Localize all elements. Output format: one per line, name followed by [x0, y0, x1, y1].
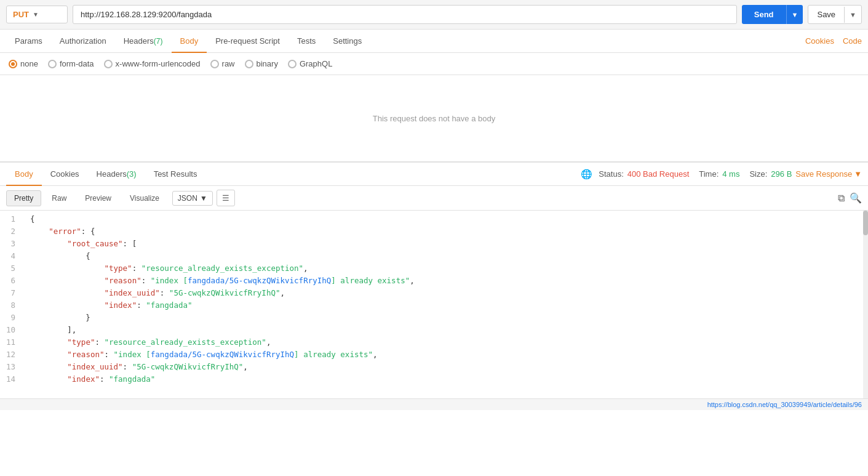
url-input[interactable]: [73, 5, 737, 24]
table-row: 14 "index": "fangdada": [0, 373, 868, 385]
table-row: 13 "index_uuid": "5G-cwqkzQWikvicfRryIhQ…: [0, 361, 868, 373]
save-response-button[interactable]: Save Response ▼: [795, 169, 862, 179]
res-tab-cookies[interactable]: Cookies: [42, 163, 88, 186]
code-area: 1{2 "error": {3 "root_cause": [4 {5 "typ…: [0, 211, 868, 398]
vertical-scrollbar[interactable]: [863, 211, 868, 398]
send-button-group: Send ▼: [742, 5, 803, 24]
tab-headers[interactable]: Headers(7): [115, 30, 172, 53]
tab-tests[interactable]: Tests: [289, 30, 324, 53]
format-type-selector[interactable]: JSON ▼: [172, 191, 213, 206]
method-value: PUT: [13, 10, 29, 19]
search-button[interactable]: 🔍: [850, 192, 862, 204]
table-row: 12 "reason": "index [fangdada/5G-cwqkzQW…: [0, 349, 868, 361]
radio-form-data: [48, 60, 57, 68]
res-tab-headers[interactable]: Headers(3): [88, 163, 145, 186]
body-type-none[interactable]: none: [9, 59, 38, 68]
body-type-selector: none form-data x-www-form-urlencoded raw…: [0, 53, 868, 75]
body-type-raw[interactable]: raw: [210, 59, 235, 68]
table-row: 7 "index_uuid": "5G-cwqkzQWikvicfRryIhQ"…: [0, 287, 868, 299]
wrap-lines-button[interactable]: ☰: [217, 190, 235, 206]
body-type-urlencoded[interactable]: x-www-form-urlencoded: [104, 59, 201, 68]
radio-none: [9, 60, 17, 68]
body-type-graphql[interactable]: GraphQL: [288, 59, 332, 68]
table-row: 3 "root_cause": [: [0, 238, 868, 250]
top-right-links: Cookies Code: [805, 36, 862, 46]
send-button[interactable]: Send: [742, 5, 786, 24]
response-section: Body Cookies Headers(3) Test Results 🌐 S…: [0, 161, 868, 398]
format-bar: Pretty Raw Preview Visualize JSON ▼ ☰ ⧉ …: [0, 186, 868, 211]
radio-binary: [245, 60, 253, 68]
tab-body[interactable]: Body: [172, 30, 207, 53]
cookies-link[interactable]: Cookies: [805, 36, 834, 46]
copy-button[interactable]: ⧉: [838, 192, 845, 204]
response-tabs-bar: Body Cookies Headers(3) Test Results 🌐 S…: [0, 163, 868, 186]
method-selector[interactable]: PUT ▼: [6, 6, 68, 23]
preview-button[interactable]: Preview: [77, 190, 119, 206]
code-table: 1{2 "error": {3 "root_cause": [4 {5 "typ…: [0, 213, 868, 385]
save-button-group: Save ▼: [808, 5, 862, 24]
raw-button[interactable]: Raw: [44, 190, 74, 206]
right-action-icons: ⧉ 🔍: [838, 192, 862, 204]
response-meta: 🌐 Status: 400 Bad Request Time: 4 ms Siz…: [581, 169, 862, 180]
save-button[interactable]: Save: [808, 6, 844, 23]
table-row: 2 "error": {: [0, 225, 868, 238]
radio-graphql: [288, 60, 297, 68]
method-dropdown-arrow: ▼: [33, 11, 39, 18]
status-bar: https://blog.csdn.net/qq_30039949/articl…: [0, 398, 868, 410]
time-value: 4 ms: [722, 169, 739, 179]
table-row: 5 "type": "resource_already_exists_excep…: [0, 262, 868, 275]
table-row: 8 "index": "fangdada": [0, 299, 868, 312]
table-row: 9 }: [0, 312, 868, 324]
tab-settings[interactable]: Settings: [324, 30, 370, 53]
top-bar: PUT ▼ Send ▼ Save ▼: [0, 0, 868, 30]
table-row: 11 "type": "resource_already_exists_exce…: [0, 336, 868, 349]
table-row: 4 {: [0, 250, 868, 262]
status-value: 400 Bad Request: [627, 169, 689, 179]
res-tab-body[interactable]: Body: [6, 163, 42, 186]
empty-body-message: This request does not have a body: [0, 75, 868, 161]
body-type-form-data[interactable]: form-data: [48, 59, 94, 68]
body-type-binary[interactable]: binary: [245, 59, 278, 68]
radio-raw: [210, 60, 219, 68]
table-row: 1{: [0, 213, 868, 225]
save-dropdown-arrow[interactable]: ▼: [844, 7, 861, 23]
pretty-button[interactable]: Pretty: [6, 190, 41, 206]
send-dropdown-arrow[interactable]: ▼: [786, 5, 803, 24]
radio-urlencoded: [104, 60, 113, 68]
code-link[interactable]: Code: [843, 36, 862, 46]
size-value: 296 B: [771, 169, 792, 179]
tab-params[interactable]: Params: [6, 30, 51, 53]
scrollbar-thumb[interactable]: [863, 211, 868, 235]
visualize-button[interactable]: Visualize: [122, 190, 167, 206]
tab-authorization[interactable]: Authorization: [51, 30, 115, 53]
res-tab-test-results[interactable]: Test Results: [145, 163, 206, 186]
tab-pre-request[interactable]: Pre-request Script: [207, 30, 289, 53]
globe-icon: 🌐: [581, 169, 592, 180]
request-tabs: Params Authorization Headers(7) Body Pre…: [0, 30, 868, 53]
table-row: 6 "reason": "index [fangdada/5G-cwqkzQWi…: [0, 275, 868, 287]
table-row: 10 ],: [0, 324, 868, 336]
